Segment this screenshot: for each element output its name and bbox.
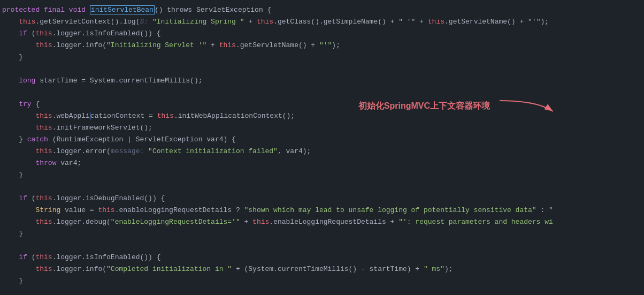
code-line: } catch (RuntimeException | ServletExcep… xyxy=(0,134,644,146)
code-line: this.logger.debug("enableLoggingRequestD… xyxy=(0,216,644,228)
code-line: if (this.logger.isInfoEnabled()) { xyxy=(0,28,644,40)
code-line xyxy=(0,287,644,295)
code-text: this.logger.debug("enableLoggingRequestD… xyxy=(0,217,644,228)
code-text: throw var4; xyxy=(0,158,644,169)
code-text xyxy=(0,288,644,295)
code-line: this.logger.info("Initializing Servlet '… xyxy=(0,40,644,51)
code-text: } xyxy=(0,52,644,63)
code-line: } xyxy=(0,275,644,287)
code-line: this.logger.error(message: "Context init… xyxy=(0,146,644,157)
code-line: } xyxy=(0,51,644,63)
code-text: if (this.logger.isInfoEnabled()) { xyxy=(0,28,644,39)
code-text xyxy=(0,181,644,192)
code-text xyxy=(0,64,644,74)
code-line: this.getServletContext().log(S: "Initial… xyxy=(0,16,644,28)
code-line: throw var4; xyxy=(0,157,644,169)
code-line: if (this.logger.isDebugEnabled()) { xyxy=(0,193,644,205)
code-line xyxy=(0,63,644,75)
code-text: } xyxy=(0,229,644,239)
code-text: protected final void initServletBean() t… xyxy=(0,5,644,16)
code-text: this.initFrameworkServlet(); xyxy=(0,123,644,133)
code-text xyxy=(0,240,644,251)
code-text: this.logger.info("Initializing Servlet '… xyxy=(0,40,644,51)
code-line: protected final void initServletBean() t… xyxy=(0,4,644,16)
annotation-container: 初始化SpringMVC上下文容器环境 xyxy=(358,95,558,117)
annotation-text: 初始化SpringMVC上下文容器环境 xyxy=(358,101,490,112)
code-line: this.logger.info("Completed initializati… xyxy=(0,263,644,275)
code-line: String value = this.enableLoggingRequest… xyxy=(0,205,644,216)
code-text: this.logger.info("Completed initializati… xyxy=(0,264,644,275)
code-line: } xyxy=(0,228,644,240)
code-text: if (this.logger.isDebugEnabled()) { xyxy=(0,193,644,204)
code-line: if (this.logger.isInfoEnabled()) { xyxy=(0,252,644,263)
code-text: String value = this.enableLoggingRequest… xyxy=(0,205,644,216)
code-text: } catch (RuntimeException | ServletExcep… xyxy=(0,134,644,145)
code-text: } xyxy=(0,170,644,180)
code-text: if (this.logger.isInfoEnabled()) { xyxy=(0,252,644,263)
arrow-icon xyxy=(494,95,558,117)
code-line: this.initFrameworkServlet(); xyxy=(0,122,644,134)
code-line: } xyxy=(0,169,644,181)
code-line xyxy=(0,181,644,193)
code-line xyxy=(0,240,644,252)
code-text: this.logger.error(message: "Context init… xyxy=(0,146,644,157)
code-text: long startTime = System.currentTimeMilli… xyxy=(0,75,644,86)
code-line: long startTime = System.currentTimeMilli… xyxy=(0,75,644,87)
code-text: } xyxy=(0,276,644,286)
code-editor: protected final void initServletBean() t… xyxy=(0,0,644,295)
code-text: this.getServletContext().log(S: "Initial… xyxy=(0,17,644,27)
